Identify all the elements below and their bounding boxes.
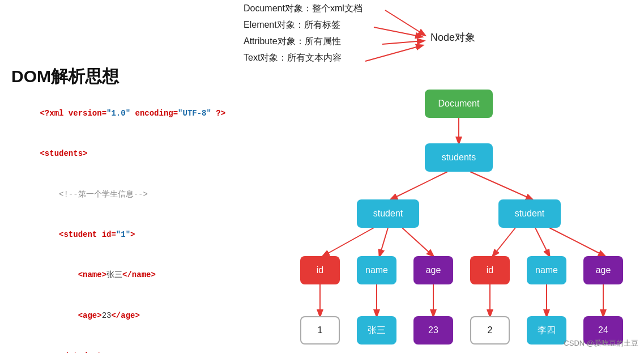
value-zhangsan: 张三 <box>357 316 396 345</box>
value-lisi: 李四 <box>527 316 566 345</box>
svg-line-11 <box>493 228 515 256</box>
svg-line-9 <box>379 228 388 256</box>
code-line-3: <student id="1"> <box>11 215 225 255</box>
tree-diagram: Document students student student id nam… <box>278 6 640 351</box>
node-document: Document <box>425 90 493 118</box>
node-age2: age <box>583 256 623 284</box>
svg-line-12 <box>535 228 549 256</box>
node-age1: age <box>413 256 453 284</box>
tree-arrows-svg <box>278 6 640 351</box>
code-line-5: <age>23</age> <box>11 296 225 336</box>
node-name2: name <box>527 256 566 284</box>
node-students: students <box>425 143 493 172</box>
node-id1: id <box>300 256 340 284</box>
code-block: <?xml version="1.0" encoding="UTF-8" ?> … <box>11 93 225 353</box>
node-student1: student <box>357 199 419 228</box>
page-container: Document对象：整个xml文档 Element对象：所有标签 Attrib… <box>0 0 644 353</box>
svg-line-8 <box>323 228 374 256</box>
value-2: 2 <box>470 316 510 345</box>
value-23: 23 <box>413 316 453 345</box>
dom-heading: DOM解析思想 <box>11 65 119 88</box>
svg-line-10 <box>402 228 433 256</box>
code-line-4: <name>张三</name> <box>11 256 225 296</box>
svg-line-7 <box>470 172 532 199</box>
code-line-2: <!--第一个学生信息--> <box>11 175 225 215</box>
svg-line-13 <box>549 228 605 256</box>
node-id2: id <box>470 256 510 284</box>
svg-line-6 <box>391 172 447 199</box>
code-line-0: <?xml version="1.0" encoding="UTF-8" ?> <box>11 93 225 134</box>
value-1: 1 <box>300 316 340 345</box>
node-name1: name <box>357 256 396 284</box>
watermark: CSDN @爱吃豆的土豆 <box>564 338 638 348</box>
node-student2: student <box>498 199 561 228</box>
code-line-1: <students> <box>11 134 225 174</box>
code-line-6: </student> <box>11 336 225 353</box>
